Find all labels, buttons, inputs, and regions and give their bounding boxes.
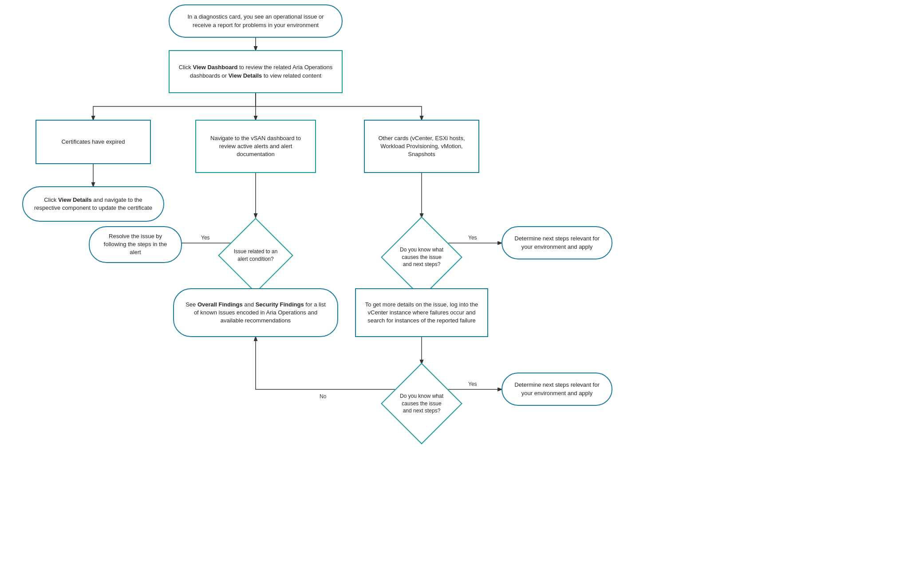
- dashboard-text: Click View Dashboard to review the relat…: [177, 63, 335, 79]
- alert-diamond-text: Issue related to an alert condition?: [227, 246, 284, 265]
- overall-findings-node: See Overall Findings and Security Findin…: [173, 288, 338, 337]
- know-cause1-wrapper: Do you know what causes the issue and ne…: [382, 217, 462, 297]
- determine1-text: Determine next steps relevant for your e…: [511, 235, 603, 251]
- resolve-node: Resolve the issue by following the steps…: [89, 226, 182, 263]
- start-text: In a diagnostics card, you see an operat…: [178, 13, 333, 29]
- vsan-text: Navigate to the vSAN dashboard to review…: [203, 134, 308, 159]
- cert-expired-node: Certificates have expired: [36, 120, 151, 164]
- svg-text:No: No: [320, 393, 327, 400]
- resolve-text: Resolve the issue by following the steps…: [99, 232, 172, 257]
- dashboard-bold1: View Dashboard: [193, 64, 237, 71]
- overall-bold1: Overall Findings: [197, 301, 243, 308]
- overall-bold2: Security Findings: [256, 301, 304, 308]
- alert-diamond-wrapper: Issue related to an alert condition?: [217, 217, 294, 294]
- overall-findings-text: See Overall Findings and Security Findin…: [183, 301, 328, 325]
- svg-text:Yes: Yes: [201, 235, 210, 241]
- cert-action-text: Click View Details and navigate to the r…: [32, 196, 154, 212]
- determine2-text: Determine next steps relevant for your e…: [511, 381, 603, 397]
- dashboard-bold2: View Details: [229, 72, 262, 79]
- svg-text:Yes: Yes: [468, 381, 477, 387]
- vcenter-details-text: To get more details on the issue, log in…: [363, 301, 480, 325]
- cert-expired-text: Certificates have expired: [61, 138, 125, 146]
- arrows-svg: Yes No Yes No Yes No: [0, 0, 924, 569]
- other-cards-text: Other cards (vCenter, ESXi hosts, Worklo…: [372, 134, 471, 159]
- vsan-node: Navigate to the vSAN dashboard to review…: [195, 120, 316, 173]
- cert-action-node: Click View Details and navigate to the r…: [22, 186, 164, 222]
- determine1-node: Determine next steps relevant for your e…: [501, 226, 612, 259]
- know-cause1-text: Do you know what causes the issue and ne…: [395, 244, 448, 271]
- svg-text:Yes: Yes: [468, 235, 477, 241]
- dashboard-node: Click View Dashboard to review the relat…: [169, 50, 343, 93]
- flowchart: Yes No Yes No Yes No In a diagnostics ca…: [0, 0, 924, 569]
- determine2-node: Determine next steps relevant for your e…: [501, 373, 612, 406]
- know-cause2-wrapper: Do you know what causes the issue and ne…: [382, 364, 462, 443]
- start-node: In a diagnostics card, you see an operat…: [169, 4, 343, 38]
- know-cause2-text: Do you know what causes the issue and ne…: [395, 390, 448, 417]
- cert-action-bold: View Details: [58, 196, 92, 203]
- other-cards-node: Other cards (vCenter, ESXi hosts, Worklo…: [364, 120, 479, 173]
- vcenter-details-node: To get more details on the issue, log in…: [355, 288, 488, 337]
